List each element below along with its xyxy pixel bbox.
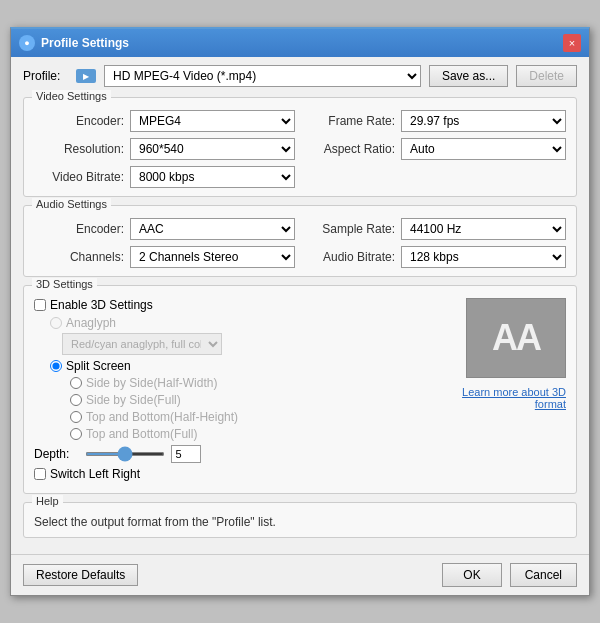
switch-left-right-checkbox[interactable] <box>34 468 46 480</box>
video-settings-section: Video Settings Encoder: MPEG4 Frame Rate… <box>23 97 577 197</box>
aspect-ratio-select[interactable]: Auto <box>401 138 566 160</box>
help-section: Help Select the output format from the "… <box>23 502 577 538</box>
threed-settings-left: Enable 3D Settings Anaglyph Red/cyan ana… <box>34 298 436 485</box>
profile-select[interactable]: HD MPEG-4 Video (*.mp4) <box>104 65 421 87</box>
dialog-title: Profile Settings <box>41 36 129 50</box>
help-text: Select the output format from the "Profi… <box>34 515 566 529</box>
footer-right: OK Cancel <box>442 563 577 587</box>
footer: Restore Defaults OK Cancel <box>11 554 589 595</box>
enable-3d-row: Enable 3D Settings <box>34 298 436 312</box>
save-as-button[interactable]: Save as... <box>429 65 508 87</box>
enable-3d-checkbox[interactable] <box>34 299 46 311</box>
dialog-content: Profile: ▶ HD MPEG-4 Video (*.mp4) Save … <box>11 57 589 554</box>
top-bottom-full-radio[interactable] <box>70 428 82 440</box>
sample-rate-row: Sample Rate: 44100 Hz <box>305 218 566 240</box>
top-bottom-half-label: Top and Bottom(Half-Height) <box>86 410 238 424</box>
audio-encoder-select[interactable]: AAC <box>130 218 295 240</box>
threed-settings-title: 3D Settings <box>32 278 97 290</box>
depth-row: Depth: <box>34 445 436 463</box>
depth-slider[interactable] <box>85 452 165 456</box>
top-bottom-half-row: Top and Bottom(Half-Height) <box>70 410 436 424</box>
top-bottom-full-row: Top and Bottom(Full) <box>70 427 436 441</box>
top-bottom-half-radio[interactable] <box>70 411 82 423</box>
side-by-side-full-label: Side by Side(Full) <box>86 393 181 407</box>
depth-label: Depth: <box>34 447 79 461</box>
close-button[interactable]: × <box>563 34 581 52</box>
frame-rate-label: Frame Rate: <box>305 114 395 128</box>
channels-row: Channels: 2 Channels Stereo <box>34 246 295 268</box>
switch-left-right-label: Switch Left Right <box>50 467 140 481</box>
split-screen-label: Split Screen <box>66 359 131 373</box>
app-icon: ● <box>19 35 35 51</box>
profile-row: Profile: ▶ HD MPEG-4 Video (*.mp4) Save … <box>23 65 577 87</box>
side-by-side-half-radio[interactable] <box>70 377 82 389</box>
audio-bitrate-row: Audio Bitrate: 128 kbps <box>305 246 566 268</box>
resolution-label: Resolution: <box>34 142 124 156</box>
encoder-label: Encoder: <box>34 114 124 128</box>
video-bitrate-label: Video Bitrate: <box>34 170 124 184</box>
video-settings-grid: Encoder: MPEG4 Frame Rate: 29.97 fps Res… <box>34 110 566 188</box>
threed-settings-right: AA Learn more about 3D format <box>446 298 566 485</box>
sample-rate-select[interactable]: 44100 Hz <box>401 218 566 240</box>
aspect-ratio-row: Aspect Ratio: Auto <box>305 138 566 160</box>
frame-rate-select[interactable]: 29.97 fps <box>401 110 566 132</box>
channels-select[interactable]: 2 Channels Stereo <box>130 246 295 268</box>
profile-settings-dialog: ● Profile Settings × Profile: ▶ HD MPEG-… <box>10 27 590 596</box>
resolution-row: Resolution: 960*540 <box>34 138 295 160</box>
side-by-side-half-label: Side by Side(Half-Width) <box>86 376 217 390</box>
aa-preview: AA <box>466 298 566 378</box>
split-screen-row: Split Screen <box>50 359 436 373</box>
profile-label: Profile: <box>23 69 68 83</box>
audio-settings-grid: Encoder: AAC Sample Rate: 44100 Hz Chann… <box>34 218 566 268</box>
channels-label: Channels: <box>34 250 124 264</box>
frame-rate-row: Frame Rate: 29.97 fps <box>305 110 566 132</box>
audio-settings-title: Audio Settings <box>32 198 111 210</box>
encoder-select[interactable]: MPEG4 <box>130 110 295 132</box>
delete-button[interactable]: Delete <box>516 65 577 87</box>
side-by-side-full-row: Side by Side(Full) <box>70 393 436 407</box>
switch-left-right-row: Switch Left Right <box>34 467 436 481</box>
threed-settings-section: 3D Settings Enable 3D Settings Anaglyph … <box>23 285 577 494</box>
ok-button[interactable]: OK <box>442 563 501 587</box>
threed-settings-inner: Enable 3D Settings Anaglyph Red/cyan ana… <box>34 298 566 485</box>
audio-settings-section: Audio Settings Encoder: AAC Sample Rate:… <box>23 205 577 277</box>
anaglyph-select[interactable]: Red/cyan anaglyph, full color <box>62 333 222 355</box>
sample-rate-label: Sample Rate: <box>305 222 395 236</box>
video-settings-title: Video Settings <box>32 90 111 102</box>
anaglyph-label: Anaglyph <box>66 316 116 330</box>
side-by-side-full-radio[interactable] <box>70 394 82 406</box>
anaglyph-radio[interactable] <box>50 317 62 329</box>
audio-encoder-label: Encoder: <box>34 222 124 236</box>
aspect-ratio-label: Aspect Ratio: <box>305 142 395 156</box>
restore-defaults-button[interactable]: Restore Defaults <box>23 564 138 586</box>
split-screen-radio[interactable] <box>50 360 62 372</box>
cancel-button[interactable]: Cancel <box>510 563 577 587</box>
help-section-title: Help <box>32 495 63 507</box>
audio-bitrate-select[interactable]: 128 kbps <box>401 246 566 268</box>
anaglyph-row: Anaglyph <box>50 316 436 330</box>
encoder-row: Encoder: MPEG4 <box>34 110 295 132</box>
audio-encoder-row: Encoder: AAC <box>34 218 295 240</box>
title-bar-left: ● Profile Settings <box>19 35 129 51</box>
learn-more-link[interactable]: Learn more about 3D format <box>446 386 566 410</box>
video-bitrate-select[interactable]: 8000 kbps <box>130 166 295 188</box>
top-bottom-full-label: Top and Bottom(Full) <box>86 427 197 441</box>
profile-icon: ▶ <box>76 69 96 83</box>
enable-3d-label: Enable 3D Settings <box>50 298 153 312</box>
title-bar: ● Profile Settings × <box>11 29 589 57</box>
aa-preview-text: AA <box>492 317 540 359</box>
audio-bitrate-label: Audio Bitrate: <box>305 250 395 264</box>
anaglyph-select-row: Red/cyan anaglyph, full color <box>62 333 436 355</box>
video-bitrate-row: Video Bitrate: 8000 kbps <box>34 166 295 188</box>
side-by-side-half-row: Side by Side(Half-Width) <box>70 376 436 390</box>
resolution-select[interactable]: 960*540 <box>130 138 295 160</box>
depth-number[interactable] <box>171 445 201 463</box>
